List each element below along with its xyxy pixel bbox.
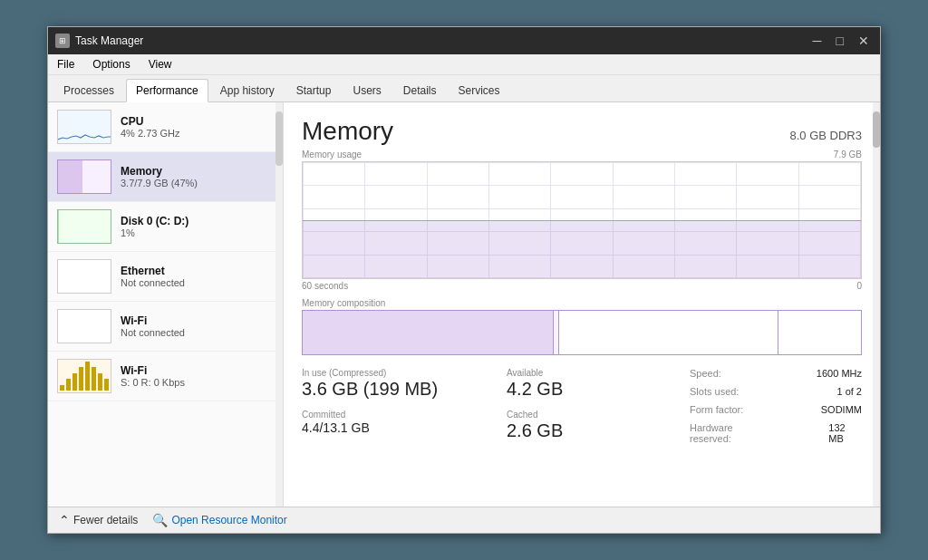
stat-cached: Cached 2.6 GB xyxy=(507,410,675,444)
stat-cached-value: 2.6 GB xyxy=(507,420,675,441)
tab-app-history[interactable]: App history xyxy=(210,79,285,101)
detail-panel: Memory 8.0 GB DDR3 Memory usage 7.9 GB xyxy=(284,102,880,507)
stat-hw-row: Hardware reserved: 132 MB xyxy=(690,422,862,444)
fewer-details-button[interactable]: ⌃ Fewer details xyxy=(59,513,138,527)
app-icon: ⊞ xyxy=(55,34,70,48)
wbar-8 xyxy=(104,379,109,391)
window-title: Task Manager xyxy=(75,34,143,47)
sidebar-item-cpu[interactable]: CPU 4% 2.73 GHz xyxy=(48,102,283,152)
stat-slots-row: Slots used: 1 of 2 xyxy=(690,386,862,397)
wbar-7 xyxy=(98,373,102,391)
disk-name: Disk 0 (C: D:) xyxy=(121,215,274,227)
detail-header: Memory 8.0 GB DDR3 xyxy=(302,117,862,146)
cpu-value: 4% 2.73 GHz xyxy=(121,128,274,139)
title-bar-left: ⊞ Task Manager xyxy=(55,34,143,48)
tab-processes[interactable]: Processes xyxy=(53,79,124,101)
wifi2-label: Wi-Fi S: 0 R: 0 Kbps xyxy=(121,364,274,388)
detail-spec: 8.0 GB DDR3 xyxy=(790,129,862,142)
disk-value: 1% xyxy=(121,227,274,238)
stat-form-row: Form factor: SODIMM xyxy=(690,404,862,415)
composition-label: Memory composition xyxy=(302,298,862,308)
resource-monitor-icon: 🔍 xyxy=(152,513,168,527)
sidebar-item-ethernet[interactable]: Ethernet Not connected xyxy=(48,252,283,302)
stat-slots-value: 1 of 2 xyxy=(836,386,862,397)
sidebar-scrollbar[interactable] xyxy=(276,102,283,507)
detail-scrollbar[interactable] xyxy=(873,102,880,507)
stat-available-value: 4.2 GB xyxy=(507,379,675,400)
wifi2-bars xyxy=(60,362,109,391)
ethernet-thumbnail xyxy=(57,259,111,294)
ethernet-label: Ethernet Not connected xyxy=(121,265,274,288)
stat-available: Available 4.2 GB xyxy=(507,368,675,402)
wifi2-thumbnail xyxy=(57,359,111,393)
menu-view[interactable]: View xyxy=(145,56,176,72)
wbar-1 xyxy=(60,385,64,391)
stat-form-label: Form factor: xyxy=(690,404,743,415)
memory-thumbnail xyxy=(57,159,111,194)
cpu-label: CPU 4% 2.73 GHz xyxy=(121,115,274,139)
wifi1-value: Not connected xyxy=(121,327,274,338)
stat-in-use-value: 3.6 GB (199 MB) xyxy=(302,379,470,400)
tab-users[interactable]: Users xyxy=(343,79,391,101)
disk-bar xyxy=(58,210,59,243)
wbar-5 xyxy=(85,362,90,391)
open-resource-monitor-link[interactable]: 🔍 Open Resource Monitor xyxy=(152,513,286,527)
menu-file[interactable]: File xyxy=(53,56,78,72)
comp-standby xyxy=(559,311,777,354)
stat-speed-row: Speed: 1600 MHz xyxy=(690,368,862,379)
detail-scroll-thumb[interactable] xyxy=(873,111,880,148)
sidebar-item-disk[interactable]: Disk 0 (C: D:) 1% xyxy=(48,202,283,252)
tab-details[interactable]: Details xyxy=(393,79,447,101)
tabs-bar: Processes Performance App history Startu… xyxy=(48,75,880,102)
chart-label-row: Memory usage 7.9 GB xyxy=(302,150,862,159)
tab-startup[interactable]: Startup xyxy=(286,79,342,101)
sidebar-item-wifi1[interactable]: Wi-Fi Not connected xyxy=(48,302,283,352)
chart-time-start: 60 seconds xyxy=(302,281,348,291)
wifi1-label: Wi-Fi Not connected xyxy=(121,314,274,338)
memory-chart xyxy=(302,161,862,279)
stats-left: In use (Compressed) 3.6 GB (199 MB) Avai… xyxy=(302,368,675,444)
wifi2-value: S: 0 R: 0 Kbps xyxy=(121,377,274,388)
wifi1-thumbnail xyxy=(57,309,111,343)
tab-services[interactable]: Services xyxy=(449,79,510,101)
resource-monitor-label: Open Resource Monitor xyxy=(171,514,286,526)
menu-options[interactable]: Options xyxy=(89,56,133,72)
close-button[interactable]: ✕ xyxy=(855,34,873,48)
stat-committed-value: 4.4/13.1 GB xyxy=(302,420,470,435)
stat-available-label: Available xyxy=(507,368,675,378)
stats-container: In use (Compressed) 3.6 GB (199 MB) Avai… xyxy=(302,368,862,444)
composition-bar xyxy=(302,310,862,355)
chart-label: Memory usage xyxy=(302,150,362,159)
wbar-2 xyxy=(66,379,71,391)
stat-in-use-label: In use (Compressed) xyxy=(302,368,470,378)
chart-time-end: 0 xyxy=(856,281,862,291)
sidebar: CPU 4% 2.73 GHz Memory 3.7/7.9 GB (47%) xyxy=(48,102,284,507)
minimize-button[interactable]: ─ xyxy=(809,34,826,48)
maximize-button[interactable]: □ xyxy=(833,34,847,48)
wifi2-name: Wi-Fi xyxy=(121,364,274,377)
chart-max-label: 7.9 GB xyxy=(834,150,862,159)
stat-form-value: SODIMM xyxy=(821,404,862,415)
sidebar-scroll-thumb[interactable] xyxy=(276,111,283,166)
memory-bar xyxy=(58,160,82,193)
disk-thumbnail xyxy=(57,209,111,244)
stat-committed: Committed 4.4/13.1 GB xyxy=(302,410,470,444)
wbar-6 xyxy=(92,367,96,391)
comp-in-use xyxy=(303,311,554,354)
memory-label: Memory 3.7/7.9 GB (47%) xyxy=(121,165,274,188)
sidebar-item-wifi2[interactable]: Wi-Fi S: 0 R: 0 Kbps xyxy=(48,352,283,401)
ethernet-value: Not connected xyxy=(121,277,274,288)
sidebar-item-memory[interactable]: Memory 3.7/7.9 GB (47%) xyxy=(48,152,283,202)
stat-in-use: In use (Compressed) 3.6 GB (199 MB) xyxy=(302,368,470,402)
stat-slots-label: Slots used: xyxy=(690,386,739,397)
chart-time-row: 60 seconds 0 xyxy=(302,281,862,291)
wbar-4 xyxy=(79,367,83,391)
cpu-thumbnail xyxy=(57,110,111,144)
fewer-details-label: Fewer details xyxy=(73,514,138,526)
wifi1-name: Wi-Fi xyxy=(121,314,274,327)
cpu-name: CPU xyxy=(121,115,274,128)
stat-hw-value: 132 MB xyxy=(828,422,862,444)
bottom-bar: ⌃ Fewer details 🔍 Open Resource Monitor xyxy=(48,507,880,533)
ethernet-name: Ethernet xyxy=(121,265,274,277)
tab-performance[interactable]: Performance xyxy=(126,79,208,102)
